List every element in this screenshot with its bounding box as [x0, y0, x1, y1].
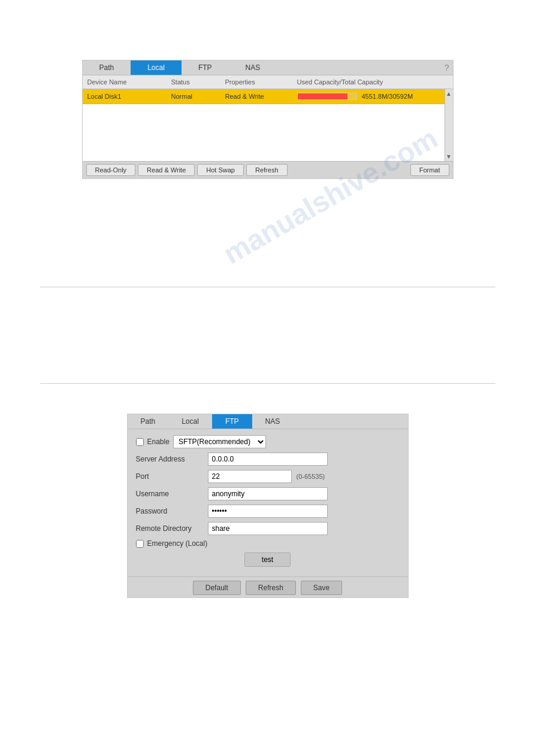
scrollbar[interactable]: ▲ ▼ [445, 89, 453, 161]
port-row: Port (0-65535) [136, 470, 400, 483]
tab-path[interactable]: Path [83, 60, 131, 75]
emergency-label: Emergency (Local) [147, 539, 208, 548]
server-address-row: Server Address [136, 453, 400, 466]
save-button[interactable]: Save [301, 581, 342, 595]
bottom-tab-bar: Path Local FTP NAS [128, 414, 408, 429]
enable-row: Enable SFTP(Recommended) FTP [136, 435, 400, 448]
header-capacity: Used Capacity/Total Capacity [292, 77, 436, 87]
disk-status: Normal [167, 92, 220, 101]
ftp-refresh-button[interactable]: Refresh [246, 581, 296, 595]
ftp-form: Enable SFTP(Recommended) FTP Server Addr… [128, 429, 408, 576]
default-button[interactable]: Default [193, 581, 241, 595]
tab-ftp[interactable]: FTP [182, 60, 229, 75]
capacity-bar [297, 93, 357, 100]
test-button[interactable]: test [244, 552, 291, 567]
emergency-row: Emergency (Local) [136, 539, 400, 548]
tab-nas[interactable]: NAS [229, 60, 277, 75]
emergency-checkbox[interactable] [136, 540, 144, 548]
spacer-before-bottom [0, 384, 535, 396]
capacity-text: 4551.8M/30592M [362, 93, 413, 100]
password-input[interactable] [208, 505, 328, 518]
enable-label: Enable [147, 438, 170, 446]
username-row: Username [136, 487, 400, 500]
server-address-label: Server Address [136, 455, 208, 463]
btab-ftp[interactable]: FTP [212, 414, 252, 429]
top-tab-bar: Path Local FTP NAS ? [83, 60, 453, 75]
btab-nas[interactable]: NAS [252, 414, 294, 429]
password-label: Password [136, 507, 208, 515]
header-status: Status [167, 77, 220, 87]
disk-table-body: Local Disk1 Normal Read & Write 4551.8M/… [83, 89, 453, 161]
format-button[interactable]: Format [410, 164, 449, 176]
remote-directory-input[interactable] [208, 522, 328, 535]
remote-directory-row: Remote Directory [136, 522, 400, 535]
tab-local[interactable]: Local [131, 60, 182, 75]
username-input[interactable] [208, 487, 328, 500]
remote-directory-label: Remote Directory [136, 524, 208, 533]
top-button-bar: Read-Only Read & Write Hot Swap Refresh … [83, 161, 453, 178]
disk-table-header: Device Name Status Properties Used Capac… [83, 75, 453, 89]
disk-capacity: 4551.8M/30592M [292, 92, 436, 101]
spacer-middle [0, 287, 535, 383]
password-row: Password [136, 505, 400, 518]
header-device: Device Name [83, 77, 167, 87]
port-input[interactable] [208, 470, 292, 483]
username-label: Username [136, 490, 208, 498]
scroll-up-icon[interactable]: ▲ [445, 89, 452, 98]
btab-local[interactable]: Local [168, 414, 212, 429]
btab-path[interactable]: Path [128, 414, 169, 429]
protocol-select[interactable]: SFTP(Recommended) FTP [173, 435, 266, 448]
server-address-input[interactable] [208, 453, 328, 466]
ftp-storage-panel: Path Local FTP NAS Enable SFTP(Recommend… [127, 414, 409, 598]
refresh-button[interactable]: Refresh [246, 164, 288, 176]
scroll-down-icon[interactable]: ▼ [445, 152, 452, 161]
local-storage-panel: Path Local FTP NAS ? Device Name Status … [82, 60, 454, 179]
capacity-free-fill [347, 93, 356, 99]
port-label: Port [136, 472, 208, 481]
bottom-button-bar: Default Refresh Save [128, 576, 408, 597]
test-button-row: test [136, 552, 400, 567]
read-write-button[interactable]: Read & Write [138, 164, 195, 176]
help-icon[interactable]: ? [445, 63, 449, 72]
spacer-top [0, 179, 535, 287]
read-only-button[interactable]: Read-Only [86, 164, 136, 176]
enable-checkbox[interactable] [136, 438, 144, 446]
port-hint: (0-65535) [297, 473, 325, 480]
header-properties: Properties [220, 77, 292, 87]
disk-properties: Read & Write [220, 92, 292, 101]
disk-device-name: Local Disk1 [83, 92, 167, 101]
hot-swap-button[interactable]: Hot Swap [197, 164, 244, 176]
table-row[interactable]: Local Disk1 Normal Read & Write 4551.8M/… [83, 89, 453, 104]
